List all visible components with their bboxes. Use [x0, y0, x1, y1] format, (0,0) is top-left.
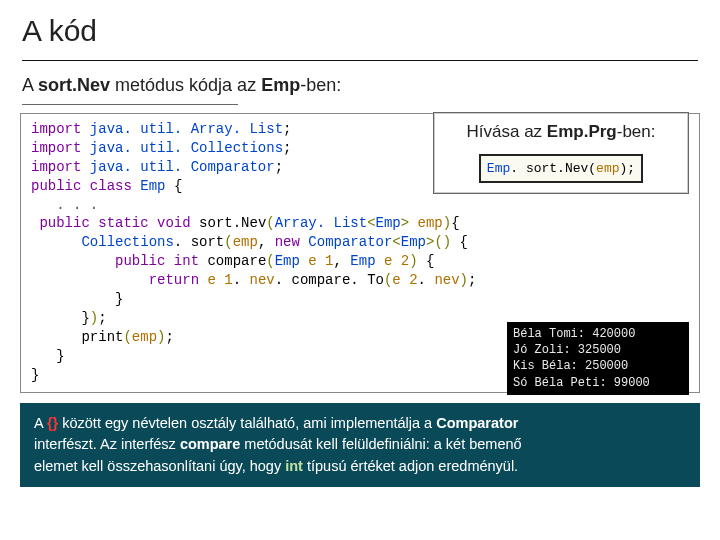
subtitle: A sort.Nev metódus kódja az Emp-ben:: [0, 67, 720, 105]
console-output: Béla Tomi: 420000 Jó Zoli: 325000 Kis Bé…: [507, 322, 689, 395]
call-title: Hívása az Emp.Prg-ben:: [444, 121, 678, 144]
subtitle-class: Emp: [261, 75, 300, 95]
subtitle-rule: [22, 104, 238, 105]
footer-braces: {}: [47, 415, 58, 431]
footer-note: A {} között egy névtelen osztály találha…: [20, 403, 700, 486]
output-line: Kis Béla: 250000: [513, 358, 683, 374]
title-rule: [22, 60, 698, 61]
output-line: Jó Zoli: 325000: [513, 342, 683, 358]
title-text: A kód: [22, 14, 97, 47]
slide: A kód A sort.Nev metódus kódja az Emp-be…: [0, 0, 720, 540]
output-line: Só Béla Peti: 99000: [513, 375, 683, 391]
call-box: Hívása az Emp.Prg-ben: Emp. sort.Nev(emp…: [433, 112, 689, 194]
output-line: Béla Tomi: 420000: [513, 326, 683, 342]
code-listing: Hívása az Emp.Prg-ben: Emp. sort.Nev(emp…: [20, 113, 700, 393]
subtitle-method: sort.Nev: [38, 75, 110, 95]
slide-title: A kód: [0, 0, 720, 67]
call-code: Emp. sort.Nev(emp);: [479, 154, 643, 184]
